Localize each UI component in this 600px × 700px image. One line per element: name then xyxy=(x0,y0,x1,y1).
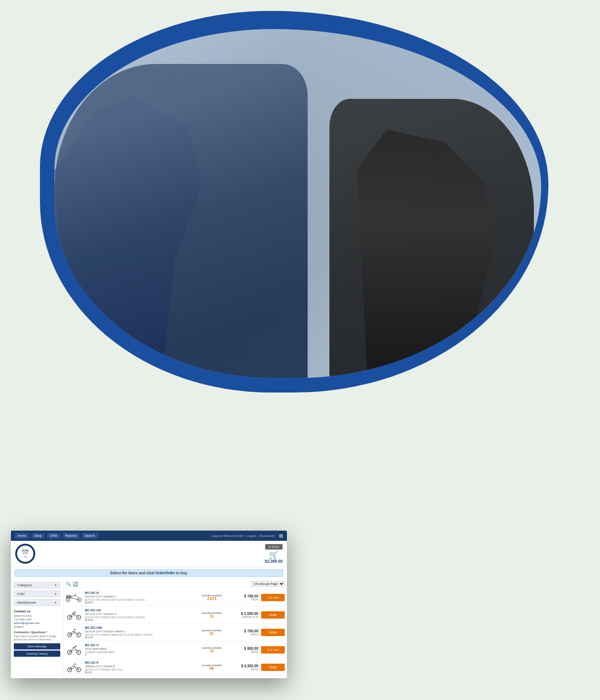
svg-rect-0 xyxy=(66,595,72,598)
product-image-4 xyxy=(66,661,82,673)
banner-link[interactable]: Order xyxy=(155,571,165,575)
product-price-0: $ 788.00 EACH xyxy=(229,594,258,601)
nav-grid-icon: ⊞ xyxy=(279,533,283,539)
product-qty-0: Quantity Available 2,073 xyxy=(197,594,226,601)
svg-point-7 xyxy=(79,599,80,600)
nav-divider: | xyxy=(245,534,246,538)
contact-name: Aileen Kocher xyxy=(14,614,60,617)
app-logo: PETRIE CYCLES EST 2001 🚲 xyxy=(15,544,35,564)
cart-total: $2,380.00 xyxy=(265,559,283,563)
send-message-button[interactable]: Send Message xyxy=(14,643,60,649)
order-button-2[interactable]: Order xyxy=(261,629,285,636)
product-row: BC-DC-U3 DUTCH CITY UNISEX 3 DUTCH CITY … xyxy=(66,606,285,624)
account-label[interactable]: My Account xyxy=(260,534,275,538)
product-code-0: BC-DC-U xyxy=(85,591,194,595)
product-desc-4: DUTCH CITY FEMALE BICYCLE xyxy=(85,668,194,671)
header-right: In Store 🛒 $2,380.00 xyxy=(265,544,283,563)
product-price-2: $ 700.00 EACH xyxy=(229,629,258,636)
cart-area: 🛒 $2,380.00 xyxy=(265,551,283,563)
filter-color-arrow: ▼ xyxy=(54,592,57,596)
product-info-3: BC-DC-V OUR NEW BIKE A GREAT LOOKING BIK… xyxy=(85,643,194,656)
product-info-0: BC-DC-U DUTCH CITY UNISEX 2 DUTCH CITY U… xyxy=(85,591,194,604)
filter-category: Category1 ▼ xyxy=(14,582,60,588)
order-button-4[interactable]: Order xyxy=(261,664,285,671)
refresh-icon[interactable]: 🔄 xyxy=(73,582,78,587)
product-desc-3: A GREAT LOOKING BIKE xyxy=(85,651,194,653)
product-info-4: BC-UC-F URBAN CITY FEMALE DUTCH CITY FEM… xyxy=(85,661,194,673)
contact-heading: Contact us xyxy=(14,610,60,613)
app-header: PETRIE CYCLES EST 2001 🚲 In Store 🛒 $2,3… xyxy=(11,541,287,567)
contact-email-link[interactable]: admin@wpchie.com xyxy=(14,621,40,625)
contact-email: admin@wpchie.com xyxy=(14,621,60,625)
products-area: 🔍 🔄 15 Lines per Page 25 Lines per Page … xyxy=(64,579,287,678)
sidebar-buttons: Send Message Existing Case(s) xyxy=(14,643,60,657)
product-color-0: BLACK xyxy=(85,601,194,604)
order-button-3[interactable]: 2 in cart xyxy=(261,646,285,653)
product-image-0 xyxy=(66,592,82,603)
search-icons: 🔍 🔄 xyxy=(66,582,78,587)
per-page-selector: 15 Lines per Page 25 Lines per Page 50 L… xyxy=(251,581,285,587)
nav-shop-button[interactable]: Shop xyxy=(31,533,45,539)
nav-login-area: Login or Welcome Smriti | Logout | My Ac… xyxy=(212,534,275,538)
svg-line-3 xyxy=(71,595,75,597)
product-qty-2: Quantity Available 21 xyxy=(197,629,226,636)
app-screenshot: Home Shop CRM Reports Search Login or We… xyxy=(11,531,287,678)
nav-crm-button[interactable]: CRM xyxy=(47,533,60,539)
product-qty-4: Quantity Available 66 xyxy=(197,664,226,671)
product-name-3: OUR NEW BIKE xyxy=(85,647,194,651)
nav-search-button[interactable]: Search xyxy=(82,533,98,539)
product-name-2: DUTCH CITY UNISEX WAVE 2 xyxy=(85,630,194,633)
svg-point-6 xyxy=(68,599,69,600)
select-banner: Select the items and click OrderOrder to… xyxy=(15,569,283,577)
login-text: Login or Welcome Smriti xyxy=(212,534,243,538)
product-code-1: BC-DC-U3 xyxy=(85,608,194,612)
per-page-dropdown[interactable]: 15 Lines per Page 25 Lines per Page 50 L… xyxy=(251,581,285,587)
product-code-3: BC-DC-V xyxy=(85,643,194,647)
products-toolbar: 🔍 🔄 15 Lines per Page 25 Lines per Page … xyxy=(66,581,285,587)
product-color-3: c xyxy=(85,653,194,656)
order-button-1[interactable]: Order xyxy=(261,611,285,619)
product-row: BC-DC-U DUTCH CITY UNISEX 2 DUTCH CITY U… xyxy=(66,589,285,606)
filter-color: Color ▼ xyxy=(14,591,60,597)
nav-divider2: | xyxy=(258,534,258,538)
banner-suffix: to buy. xyxy=(176,571,188,575)
search-icon[interactable]: 🔍 xyxy=(66,582,71,587)
person-right xyxy=(329,99,534,378)
product-row: BC-UC-F URBAN CITY FEMALE DUTCH CITY FEM… xyxy=(66,659,285,676)
banner-link2[interactable]: Order xyxy=(165,571,175,575)
existing-cases-button[interactable]: Existing Case(s) xyxy=(14,651,60,657)
nav-home-button[interactable]: Home xyxy=(15,533,29,539)
hero-image xyxy=(54,29,541,378)
comments-label: Comments / Questions * xyxy=(14,631,60,634)
product-price-1: $ 2,000.00 CRATES of 20 xyxy=(229,612,258,618)
contact-subject: Subject: xyxy=(14,625,60,628)
svg-line-48 xyxy=(73,665,75,667)
product-image-2 xyxy=(66,627,82,638)
product-price-3: $ 800.00 EACH xyxy=(229,647,258,653)
filter-color-label[interactable]: Color ▼ xyxy=(14,591,60,597)
person-left xyxy=(54,64,308,378)
filter-category-label[interactable]: Category1 ▼ xyxy=(14,582,60,588)
app-sidebar: Category1 ▼ Color ▼ Manufacturer ▼ Conta… xyxy=(11,579,64,678)
app-logo-inner: PETRIE CYCLES EST 2001 🚲 xyxy=(17,546,33,562)
app-navbar: Home Shop CRM Reports Search Login or We… xyxy=(11,531,287,541)
product-row: BC-DC-UW DUTCH CITY UNISEX WAVE 2 DUTCH … xyxy=(66,624,285,641)
cart-icon: 🛒 xyxy=(269,551,279,559)
product-name-4: URBAN CITY FEMALE xyxy=(85,665,194,668)
order-button-0[interactable]: 1 in cart xyxy=(261,594,285,601)
store-menu-button[interactable]: In Store xyxy=(265,544,283,550)
product-info-1: BC-DC-U3 DUTCH CITY UNISEX 3 DUTCH CITY … xyxy=(85,608,194,621)
product-desc-2: DUTCH CITY UNISEX WAVE BICYCLE IN MANY C… xyxy=(85,633,194,636)
logo-sub: EST 2001 xyxy=(22,553,28,555)
product-name-0: DUTCH CITY UNISEX 2 xyxy=(85,595,194,598)
product-code-2: BC-DC-UW xyxy=(85,626,194,629)
banner-text: Select the items and click xyxy=(110,571,154,575)
nav-reports-button[interactable]: Reports xyxy=(62,533,80,539)
product-desc-1: DUTCH CITY UNISEX BICYCLE IN MANY COLORS xyxy=(85,616,194,619)
logout-label[interactable]: Logout xyxy=(247,534,256,538)
product-qty-1: Quantity Available 11 xyxy=(197,612,226,618)
filter-category-arrow: ▼ xyxy=(54,584,57,587)
filter-manufacturer-label[interactable]: Manufacturer ▼ xyxy=(14,599,60,606)
product-name-1: DUTCH CITY UNISEX 3 xyxy=(85,612,194,616)
filter-manufacturer: Manufacturer ▼ xyxy=(14,599,60,606)
